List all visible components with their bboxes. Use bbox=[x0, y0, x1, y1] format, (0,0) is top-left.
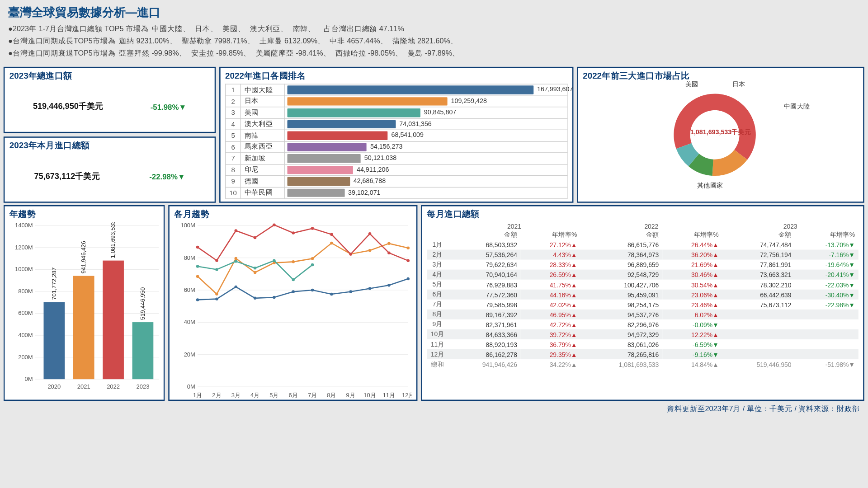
svg-text:400M: 400M bbox=[18, 332, 33, 338]
svg-point-64 bbox=[196, 246, 199, 249]
svg-text:600M: 600M bbox=[18, 310, 33, 316]
svg-point-81 bbox=[292, 278, 294, 281]
svg-point-94 bbox=[406, 277, 409, 280]
svg-text:519,446,950: 519,446,950 bbox=[139, 287, 146, 320]
svg-text:1月: 1月 bbox=[193, 392, 202, 399]
svg-point-62 bbox=[387, 242, 390, 245]
svg-text:1200M: 1200M bbox=[15, 244, 33, 251]
svg-text:20M: 20M bbox=[184, 351, 195, 358]
svg-point-75 bbox=[406, 259, 409, 262]
svg-text:60M: 60M bbox=[184, 286, 195, 293]
svg-text:2023: 2023 bbox=[137, 383, 150, 390]
svg-text:941,946,426: 941,946,426 bbox=[80, 241, 87, 273]
svg-point-79 bbox=[254, 267, 256, 269]
svg-point-69 bbox=[292, 231, 294, 234]
svg-point-80 bbox=[273, 259, 275, 262]
svg-text:2020: 2020 bbox=[47, 383, 61, 390]
svg-text:80M: 80M bbox=[184, 254, 195, 261]
svg-point-72 bbox=[349, 253, 352, 255]
country-ranking: 2022年進口各國排名 1中國大陸167,993,6072日本109,259,4… bbox=[219, 67, 573, 203]
bullet-decline: ●台灣進口同期衰退TOP5市場為 亞塞拜然 -99.98%、安圭拉 -99.85… bbox=[8, 49, 859, 59]
svg-rect-22 bbox=[103, 261, 124, 380]
svg-text:6月: 6月 bbox=[289, 392, 298, 399]
svg-point-65 bbox=[215, 259, 218, 262]
svg-point-90 bbox=[330, 293, 333, 296]
svg-point-68 bbox=[273, 224, 275, 226]
svg-point-93 bbox=[387, 284, 390, 286]
svg-text:1,081,693,533: 1,081,693,533 bbox=[109, 222, 116, 258]
svg-point-63 bbox=[406, 246, 409, 249]
svg-point-87 bbox=[273, 296, 275, 299]
svg-point-76 bbox=[196, 265, 199, 267]
svg-point-55 bbox=[254, 271, 256, 274]
svg-text:1000M: 1000M bbox=[15, 266, 33, 272]
svg-text:2021: 2021 bbox=[77, 383, 90, 390]
year-trend-chart: 年趨勢 0M200M400M600M800M1000M1200M1400M701… bbox=[4, 205, 165, 401]
svg-text:8月: 8月 bbox=[327, 392, 336, 399]
svg-text:3月: 3月 bbox=[231, 392, 241, 399]
svg-text:7月: 7月 bbox=[308, 392, 317, 399]
svg-point-54 bbox=[235, 257, 237, 260]
svg-text:2022: 2022 bbox=[107, 383, 120, 390]
svg-rect-25 bbox=[132, 322, 154, 379]
monthly-table: 每月進口總額 202120222023金額年增率%金額年增率%金額年增率%1月6… bbox=[421, 205, 864, 401]
svg-point-73 bbox=[368, 232, 371, 235]
svg-point-58 bbox=[311, 257, 314, 260]
svg-point-59 bbox=[330, 242, 333, 244]
svg-rect-19 bbox=[73, 276, 94, 380]
svg-point-52 bbox=[196, 275, 199, 277]
kpi-year-total: 2023年總進口額 519,446,950千美元-51.98%▼ bbox=[4, 67, 216, 133]
svg-text:2月: 2月 bbox=[212, 392, 221, 399]
svg-point-61 bbox=[368, 249, 371, 252]
svg-point-67 bbox=[254, 236, 256, 239]
svg-point-57 bbox=[292, 260, 294, 263]
svg-point-92 bbox=[368, 287, 371, 290]
svg-point-89 bbox=[311, 289, 314, 291]
page-title: 臺灣全球貿易數據分析—進口 bbox=[8, 5, 859, 20]
svg-point-71 bbox=[330, 233, 333, 236]
svg-text:0M: 0M bbox=[25, 375, 33, 382]
svg-point-84 bbox=[215, 297, 218, 300]
month-trend-chart: 各月趨勢 0M20M40M60M80M100M1月2月3月4月5月6月7月8月9… bbox=[168, 205, 417, 401]
svg-point-91 bbox=[349, 290, 352, 293]
footer-note: 資料更新至2023年7月 / 單位：千美元 / 資料來源：財政部 bbox=[4, 401, 864, 414]
svg-point-86 bbox=[254, 297, 256, 300]
svg-text:11月: 11月 bbox=[383, 392, 395, 399]
svg-point-74 bbox=[387, 252, 390, 254]
svg-point-77 bbox=[215, 268, 218, 271]
svg-text:10月: 10月 bbox=[363, 392, 376, 399]
svg-text:100M: 100M bbox=[180, 222, 195, 229]
svg-text:1400M: 1400M bbox=[15, 222, 33, 229]
bullet-top5: ●2023年 1-7月台灣進口總額 TOP5 市場為 中國大陸、日本、美國、澳大… bbox=[8, 24, 859, 34]
top3-donut: 2022年前三大進口市場占比 1,081,693,533千美元 美國 日本 中國… bbox=[577, 67, 864, 203]
svg-point-82 bbox=[311, 263, 314, 266]
svg-text:40M: 40M bbox=[184, 319, 195, 325]
svg-text:200M: 200M bbox=[18, 354, 33, 361]
kpi-month-total: 2023年本月進口總額 75,673,112千美元-22.98%▼ bbox=[4, 136, 216, 203]
svg-point-53 bbox=[215, 293, 218, 296]
svg-text:4月: 4月 bbox=[250, 392, 259, 399]
svg-text:9月: 9月 bbox=[346, 392, 355, 399]
bullet-growth: ●台灣進口同期成長TOP5市場為 迦納 9231.00%、聖赫勒拿 7998.7… bbox=[8, 36, 859, 46]
svg-text:800M: 800M bbox=[18, 288, 33, 295]
svg-point-85 bbox=[235, 286, 237, 288]
svg-point-70 bbox=[311, 227, 314, 230]
svg-text:5月: 5月 bbox=[269, 392, 278, 399]
svg-point-83 bbox=[196, 298, 199, 301]
svg-text:12月: 12月 bbox=[402, 392, 412, 399]
svg-rect-16 bbox=[43, 302, 65, 379]
svg-point-66 bbox=[235, 229, 237, 232]
svg-text:0M: 0M bbox=[187, 383, 195, 390]
svg-text:701,772,287: 701,772,287 bbox=[51, 267, 57, 300]
svg-point-88 bbox=[292, 290, 294, 293]
svg-point-78 bbox=[235, 260, 237, 263]
